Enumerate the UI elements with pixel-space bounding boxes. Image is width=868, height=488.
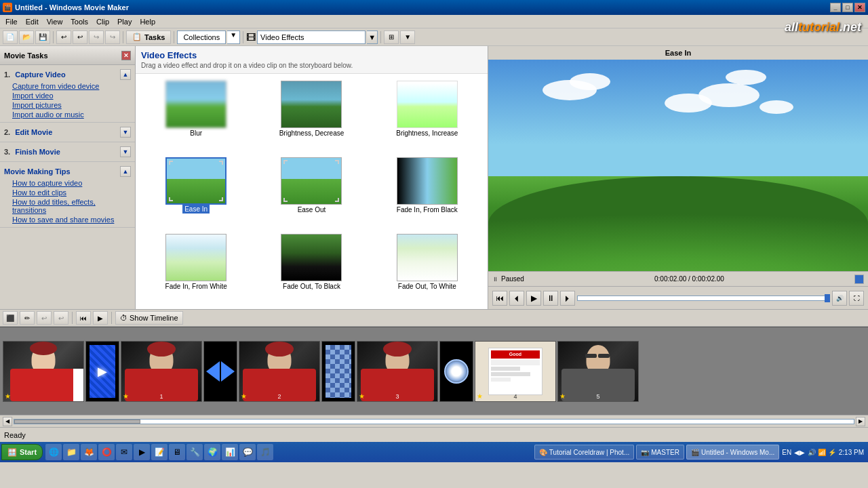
seek-bar[interactable]	[577, 296, 830, 301]
show-timeline-button[interactable]: ⏱ Show Timeline	[115, 311, 183, 325]
import-audio-link[interactable]: Import audio or music	[4, 110, 131, 119]
edit-arrow[interactable]: ▼	[120, 127, 131, 138]
effect-ease-out[interactable]: Ease Out	[256, 156, 366, 227]
quicklaunch-misc3[interactable]: 🔧	[186, 444, 203, 460]
redo-button[interactable]: ↪	[89, 30, 104, 44]
quicklaunch-folder[interactable]: 📁	[63, 444, 79, 460]
quicklaunch-chrome[interactable]: ⭕	[98, 444, 115, 460]
capture-arrow[interactable]: ▲	[120, 69, 131, 80]
tasks-button[interactable]: 📋 Tasks	[126, 30, 171, 44]
start-button[interactable]: 🪟 Start	[1, 444, 43, 460]
minimize-button[interactable]: _	[830, 3, 841, 12]
taskbar-app-master[interactable]: 📷 MASTER	[636, 445, 684, 460]
storyboard-btn-2[interactable]: ✏	[20, 311, 35, 325]
preview-expand-btn[interactable]	[854, 274, 864, 284]
undo2-button[interactable]: ↩	[73, 30, 87, 44]
menu-file[interactable]: File	[1, 16, 22, 27]
transition-1[interactable]: ▶	[85, 341, 119, 402]
view-btn-1[interactable]: ⊞	[384, 30, 399, 44]
effect-blur[interactable]: Blur	[141, 79, 251, 150]
menu-edit[interactable]: Edit	[22, 16, 43, 27]
maximize-button[interactable]: □	[842, 3, 853, 12]
taskbar-app-moviemaker[interactable]: 🎬 Untitled - Windows Mo...	[686, 445, 779, 460]
quicklaunch-misc4[interactable]: 🌍	[204, 444, 220, 460]
storyboard-btn-undo[interactable]: ↩	[37, 311, 52, 325]
volume-button[interactable]: 🔊	[832, 291, 847, 306]
movie-tasks-close[interactable]: ✕	[121, 51, 131, 60]
scroll-thumb[interactable]	[14, 420, 140, 424]
collections-button[interactable]: Collections	[177, 30, 226, 44]
fullscreen-button[interactable]: ⛶	[849, 291, 864, 306]
finish-movie-header[interactable]: 3. Finish Movie ▼	[4, 145, 131, 159]
menu-play[interactable]: Play	[113, 16, 136, 27]
effect-brightness-decrease[interactable]: Brightness, Decrease	[256, 79, 366, 150]
save-button[interactable]: 💾	[35, 30, 50, 44]
rewind-to-start-button[interactable]: ⏮	[492, 291, 507, 306]
tips-arrow[interactable]: ▲	[120, 166, 131, 177]
scroll-left-btn[interactable]: ◀	[3, 417, 12, 426]
open-button[interactable]: 📂	[19, 30, 34, 44]
import-pictures-link[interactable]: Import pictures	[4, 100, 131, 110]
tips-header[interactable]: Movie Making Tips ▲	[4, 165, 131, 178]
transition-3[interactable]	[321, 341, 355, 402]
seek-thumb[interactable]	[825, 294, 830, 302]
quicklaunch-ie[interactable]: 🌐	[45, 444, 62, 460]
video-effects-combo[interactable]: Video Effects	[257, 30, 366, 44]
quicklaunch-firefox[interactable]: 🦊	[81, 444, 97, 460]
storyboard-btn-1[interactable]: ⬛	[3, 311, 18, 325]
taskbar-app-tutorial[interactable]: 🎨 Tutorial Coreldraw | Phot...	[534, 445, 634, 460]
next-frame-button[interactable]: ⏵	[560, 291, 575, 306]
menu-clip[interactable]: Clip	[92, 16, 113, 27]
quicklaunch-misc6[interactable]: 💬	[239, 444, 256, 460]
finish-arrow[interactable]: ▼	[120, 146, 131, 157]
transition-2[interactable]	[203, 341, 237, 402]
scroll-right-btn[interactable]: ▶	[856, 417, 865, 426]
storyboard-btn-prev[interactable]: ⏮	[76, 311, 91, 325]
import-video-link[interactable]: Import video	[4, 91, 131, 100]
tip-save-link[interactable]: How to save and share movies	[4, 215, 131, 224]
close-button[interactable]: ✕	[854, 3, 865, 12]
quicklaunch-misc2[interactable]: 🖥	[169, 444, 185, 460]
prev-frame-button[interactable]: ⏴	[509, 291, 524, 306]
effect-fade-from-white[interactable]: Fade In, From White	[141, 232, 251, 304]
effect-fadeout-to-black[interactable]: Fade Out, To Black	[256, 232, 366, 304]
pause-button[interactable]: ⏸	[543, 291, 558, 306]
quicklaunch-misc1[interactable]: 📝	[151, 444, 167, 460]
quicklaunch-misc7[interactable]: 🎵	[257, 444, 273, 460]
storyboard-clip-2[interactable]: ★ 2	[239, 341, 320, 402]
new-button[interactable]: 📄	[3, 30, 18, 44]
collections-dropdown[interactable]: ▼	[227, 30, 240, 44]
transition-4[interactable]	[439, 341, 473, 402]
storyboard-scrollbar[interactable]: ◀ ▶	[0, 415, 868, 427]
effect-fadeout-to-white[interactable]: Fade Out, To White	[372, 232, 482, 304]
view-btn-2[interactable]: ▼	[400, 30, 415, 44]
redo2-button[interactable]: ↪	[105, 30, 120, 44]
storyboard-btn-play[interactable]: ▶	[93, 311, 108, 325]
storyboard-clip-1[interactable]: ★ 1	[121, 341, 202, 402]
undo-button[interactable]: ↩	[56, 30, 71, 44]
edit-movie-header[interactable]: 2. Edit Movie ▼	[4, 125, 131, 139]
menu-view[interactable]: View	[43, 16, 67, 27]
quicklaunch-misc5[interactable]: 📊	[222, 444, 238, 460]
storyboard-clip-0[interactable]: ★	[3, 341, 84, 402]
menu-tools[interactable]: Tools	[66, 16, 92, 27]
menu-help[interactable]: Help	[136, 16, 159, 27]
effect-ease-in[interactable]: Ease In	[141, 156, 251, 227]
capture-video-header[interactable]: 1. Capture Video ▲	[4, 68, 131, 81]
effect-fade-from-black[interactable]: Fade In, From Black	[372, 156, 482, 227]
tip-capture-link[interactable]: How to capture video	[4, 178, 131, 188]
scroll-track[interactable]	[14, 419, 854, 424]
quicklaunch-media[interactable]: ▶	[134, 444, 150, 460]
storyboard-clip-3[interactable]: ★ 3	[357, 341, 438, 402]
effect-brightness-increase[interactable]: Brightness, Increase	[372, 79, 482, 150]
titlebar-controls[interactable]: _ □ ✕	[830, 3, 865, 12]
storyboard-btn-redo[interactable]: ↩	[54, 311, 68, 325]
tip-titles-link[interactable]: How to add titles, effects, transitions	[4, 197, 131, 215]
play-button[interactable]: ▶	[526, 291, 541, 306]
storyboard-clip-4[interactable]: Good ★ 4	[475, 341, 556, 402]
quicklaunch-mail[interactable]: ✉	[116, 444, 132, 460]
video-effects-dropdown-arrow[interactable]: ▼	[367, 30, 378, 44]
tip-edit-link[interactable]: How to edit clips	[4, 188, 131, 197]
capture-from-device-link[interactable]: Capture from video device	[4, 81, 131, 91]
storyboard-clip-5[interactable]: ★ 5	[557, 341, 639, 402]
